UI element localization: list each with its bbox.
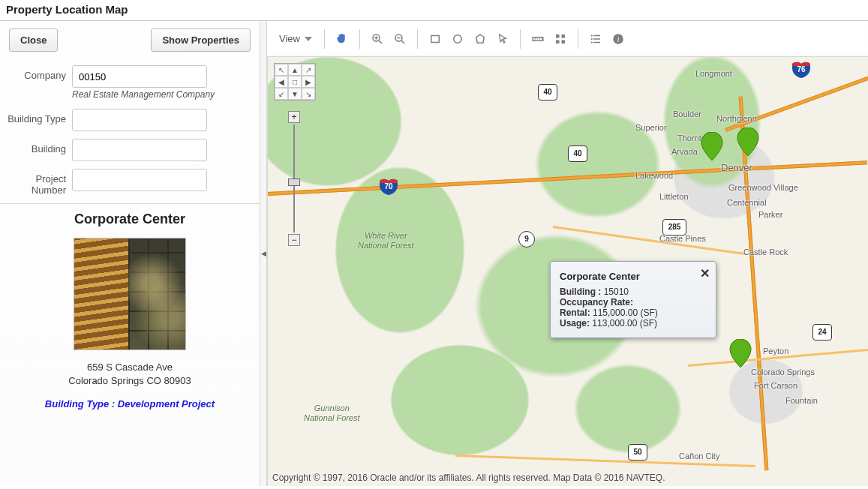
city-superior: Superior — [635, 123, 667, 132]
us-40-shield-b: 40 — [568, 146, 587, 162]
popup-occupancy-label: Occupancy Rate: — [560, 297, 633, 308]
pan-n-button[interactable]: ▲ — [288, 64, 302, 76]
company-input[interactable] — [72, 65, 207, 88]
map-canvas[interactable]: 70 76 40 40 285 24 50 9 White RiverNatio… — [267, 57, 868, 486]
svg-line-1 — [379, 40, 382, 44]
map-info-popup: ✕ Corporate Center Building : 15010 Occu… — [550, 261, 716, 338]
circle-select-icon[interactable] — [448, 29, 467, 49]
zoom-out-icon[interactable] — [390, 29, 410, 49]
city-northglenn: Northglenn — [716, 114, 757, 123]
close-button[interactable]: Close — [9, 28, 58, 52]
building-type-input[interactable] — [72, 109, 207, 131]
popup-building-label: Building : — [560, 286, 601, 297]
city-colorado-springs: Colorado Springs — [751, 368, 815, 376]
city-parker: Parker — [758, 210, 782, 219]
pan-center-button[interactable]: □ — [288, 76, 302, 88]
svg-marker-9 — [476, 34, 485, 43]
property-address-line2: Colorado Springs CO 80903 — [6, 374, 254, 388]
toolbar-separator — [324, 29, 325, 49]
map-marker-selected[interactable] — [729, 339, 752, 368]
svg-point-22 — [591, 34, 593, 36]
popup-rental-label: Rental: — [560, 308, 590, 318]
pan-sw-button[interactable]: ↙ — [275, 88, 288, 100]
city-denver: Denver — [721, 162, 752, 173]
sidebar: Close Show Properties Company Real Estat… — [0, 21, 260, 486]
property-address-line1: 659 S Cascade Ave — [6, 361, 254, 374]
popup-usage-label: Usage: — [560, 318, 590, 328]
pan-nw-button[interactable]: ↖ — [275, 64, 288, 76]
us-40-shield: 40 — [538, 84, 557, 100]
popup-usage-value: 113,000.00 (SF) — [592, 318, 657, 328]
popup-close-icon[interactable]: ✕ — [700, 266, 710, 280]
view-menu-label: View — [279, 33, 300, 44]
zoom-in-icon[interactable] — [368, 29, 387, 49]
zoom-in-button[interactable]: + — [288, 111, 300, 123]
city-peyton: Peyton — [763, 346, 788, 356]
page-title: Property Location Map — [0, 0, 868, 19]
svg-text:i: i — [617, 34, 620, 43]
zoom-handle[interactable] — [288, 178, 300, 186]
pan-e-button[interactable]: ▶ — [302, 76, 315, 88]
city-fountain: Fountain — [785, 396, 818, 405]
property-building-type: Building Type : Development Project — [6, 398, 254, 410]
city-castle-pines: Castle Pines — [659, 234, 706, 243]
svg-line-5 — [401, 40, 404, 44]
info-icon[interactable]: i — [608, 29, 628, 49]
interstate-76-shield: 76 — [791, 62, 811, 78]
grid-icon[interactable] — [551, 29, 570, 49]
white-river-forest-label: White RiverNational Forest — [358, 231, 414, 250]
city-boulder: Boulder — [673, 110, 701, 118]
us-50-shield: 50 — [628, 444, 647, 460]
city-littleton: Littleton — [659, 192, 689, 201]
pan-w-button[interactable]: ◀ — [275, 76, 288, 88]
pan-s-button[interactable]: ▼ — [288, 88, 302, 100]
pan-tool-icon[interactable] — [332, 29, 352, 49]
svg-point-24 — [591, 41, 593, 43]
toolbar-separator — [520, 29, 521, 49]
building-input[interactable] — [72, 139, 207, 161]
city-greenwood: Greenwood Village — [728, 183, 798, 192]
sidebar-collapse-handle[interactable] — [260, 21, 267, 486]
gunnison-forest-label: GunnisonNational Forest — [304, 404, 360, 423]
map-zoom-slider: + − — [290, 111, 298, 246]
city-longmont: Longmont — [695, 69, 732, 78]
map-toolbar: View — [267, 21, 868, 57]
rectangle-select-icon[interactable] — [425, 29, 445, 49]
company-label: Company — [6, 65, 72, 81]
list-icon[interactable] — [586, 29, 605, 49]
svg-rect-15 — [556, 34, 560, 38]
map-marker[interactable] — [737, 128, 759, 156]
sidebar-divider — [0, 203, 260, 204]
view-menu-button[interactable]: View — [275, 30, 317, 47]
pan-ne-button[interactable]: ↗ — [302, 64, 315, 76]
ruler-icon[interactable] — [528, 29, 548, 49]
company-help-text: Real Estate Management Company — [72, 89, 254, 101]
map-copyright: Copyright © 1997, 2016 Oracle and/or its… — [272, 472, 665, 483]
popup-rental-value: 115,000.00 (SF) — [593, 308, 658, 318]
svg-rect-7 — [431, 35, 440, 42]
toolbar-separator — [359, 29, 360, 49]
svg-rect-10 — [533, 37, 543, 40]
property-card-title: Corporate Center — [6, 212, 254, 227]
city-arvada: Arvada — [671, 147, 698, 156]
map-pan-control: ↖ ▲ ↗ ◀ □ ▶ ↙ ▼ ↘ — [274, 63, 316, 100]
city-castle-rock: Castle Rock — [743, 248, 788, 256]
svg-point-23 — [591, 38, 593, 39]
project-number-input[interactable] — [72, 169, 207, 191]
us-24-shield: 24 — [812, 324, 832, 340]
us-285-shield: 285 — [662, 219, 686, 236]
building-label: Building — [6, 139, 72, 154]
city-fort-carson: Fort Carson — [754, 381, 797, 390]
svg-point-8 — [454, 34, 462, 43]
show-properties-button[interactable]: Show Properties — [151, 28, 251, 52]
city-centennial: Centennial — [727, 198, 767, 207]
polygon-select-icon[interactable] — [470, 29, 490, 49]
pan-se-button[interactable]: ↘ — [302, 88, 315, 100]
toolbar-separator — [417, 29, 418, 49]
chevron-down-icon — [305, 37, 312, 41]
zoom-out-button[interactable]: − — [288, 234, 300, 246]
pointer-select-icon[interactable] — [493, 29, 512, 49]
svg-rect-18 — [561, 40, 565, 44]
map-marker[interactable] — [701, 132, 723, 160]
city-lakewood: Lakewood — [635, 171, 673, 180]
